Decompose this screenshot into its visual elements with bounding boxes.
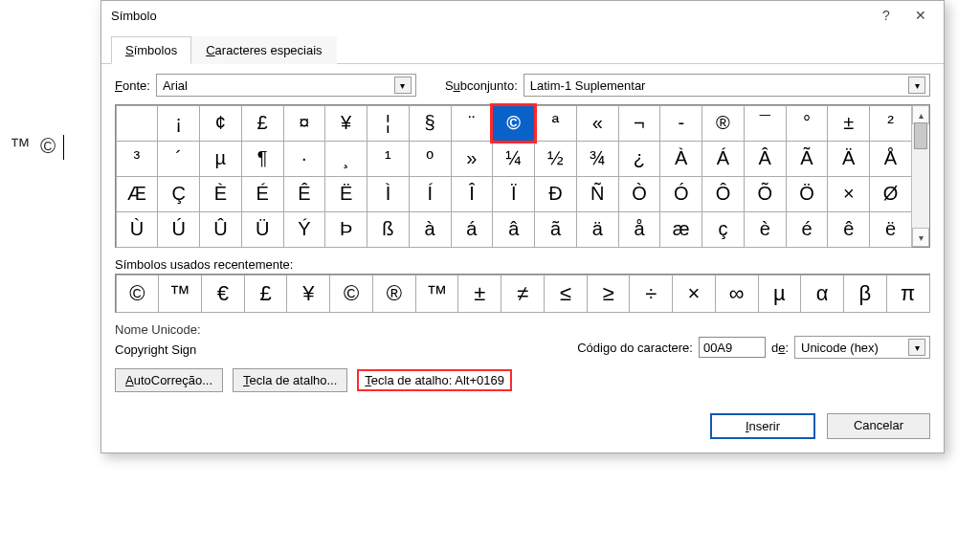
symbol-cell[interactable]: Ë (324, 176, 368, 212)
symbol-cell[interactable]: Î (451, 176, 494, 212)
symbol-cell[interactable]: Ä (827, 141, 870, 177)
symbol-cell[interactable]: å (618, 211, 661, 248)
symbol-cell[interactable]: Ý (283, 211, 326, 248)
font-select[interactable]: Arial ▾ (156, 74, 416, 97)
symbol-cell[interactable]: ´ (157, 141, 200, 177)
symbol-cell[interactable]: ² (869, 105, 912, 142)
symbol-cell[interactable]: È (199, 176, 242, 212)
symbol-cell[interactable]: ¯ (744, 105, 787, 142)
tab-symbols[interactable]: Símbolos (111, 36, 191, 64)
symbol-cell[interactable]: Ç (157, 176, 200, 212)
symbol-cell[interactable]: Ö (786, 176, 829, 212)
tab-special-characters[interactable]: Caracteres especiais (191, 36, 336, 64)
symbol-cell[interactable]: » (451, 141, 494, 177)
recent-symbol-cell[interactable]: ® (372, 275, 416, 313)
symbol-cell[interactable]: ¿ (618, 141, 661, 177)
symbol-cell[interactable]: Ù (116, 211, 159, 248)
dialog-titlebar[interactable]: Símbolo ? ✕ (101, 1, 944, 30)
scroll-thumb[interactable] (914, 122, 927, 149)
symbol-cell[interactable]: ® (702, 105, 745, 142)
recent-symbol-cell[interactable]: α (800, 275, 844, 313)
symbol-cell[interactable]: æ (659, 211, 702, 248)
recent-symbol-cell[interactable]: µ (758, 275, 802, 313)
symbol-cell[interactable]: × (827, 176, 870, 212)
recent-symbol-cell[interactable]: £ (244, 275, 288, 313)
cancel-button[interactable]: Cancelar (827, 413, 930, 439)
symbol-cell[interactable]: ã (534, 211, 577, 248)
symbol-cell[interactable]: µ (199, 141, 242, 177)
symbol-cell[interactable]: á (451, 211, 494, 248)
recent-symbol-cell[interactable]: ± (457, 275, 501, 313)
symbol-cell[interactable]: ¶ (241, 141, 284, 177)
symbol-cell[interactable]: ³ (116, 141, 159, 177)
recent-symbol-cell[interactable]: ¥ (286, 275, 330, 313)
encoding-select[interactable]: Unicode (hex) ▾ (794, 336, 930, 359)
recent-symbol-cell[interactable]: β (843, 275, 887, 313)
recent-symbol-cell[interactable]: © (329, 275, 373, 313)
symbol-cell[interactable]: Æ (116, 176, 159, 212)
symbol-cell[interactable]: © (492, 105, 535, 142)
symbol-cell[interactable]: ° (786, 105, 829, 142)
symbol-cell[interactable]: à (409, 211, 452, 248)
symbol-cell[interactable]: ¸ (324, 141, 368, 177)
symbol-cell[interactable]: ± (827, 105, 870, 142)
help-button[interactable]: ? (869, 2, 903, 29)
symbol-cell[interactable]: ¥ (324, 105, 368, 142)
symbol-cell[interactable]: è (744, 211, 787, 248)
recent-symbol-cell[interactable]: ≤ (544, 275, 588, 313)
recent-symbol-cell[interactable]: × (672, 275, 716, 313)
recent-symbol-cell[interactable]: ÷ (629, 275, 673, 313)
symbol-cell[interactable]: À (659, 141, 702, 177)
shortcut-key-button[interactable]: Tecla de atalho... (233, 368, 347, 392)
symbol-cell[interactable]: « (576, 105, 619, 142)
symbol-cell[interactable]: ä (576, 211, 619, 248)
symbol-cell[interactable]: É (241, 176, 284, 212)
symbol-cell[interactable]: ¼ (492, 141, 535, 177)
scroll-track[interactable] (912, 122, 929, 230)
symbol-cell[interactable]: ¦ (367, 105, 410, 142)
symbol-cell[interactable]: ¤ (283, 105, 326, 142)
grid-scrollbar[interactable]: ▴ ▾ (911, 105, 929, 247)
symbol-cell[interactable]: Ò (618, 176, 661, 212)
symbol-cell[interactable]: ¬ (618, 105, 661, 142)
symbol-cell[interactable]: ß (367, 211, 410, 248)
symbol-cell[interactable]: ª (534, 105, 577, 142)
symbol-cell[interactable]: ½ (534, 141, 577, 177)
symbol-cell[interactable]: é (786, 211, 829, 248)
symbol-cell[interactable]: Â (744, 141, 787, 177)
recent-symbol-cell[interactable]: ≠ (501, 275, 545, 313)
symbol-cell[interactable]: - (659, 105, 702, 142)
symbol-cell[interactable]: Ø (869, 176, 912, 212)
symbol-cell[interactable]: Õ (744, 176, 787, 212)
symbol-cell[interactable]: ë (869, 211, 912, 248)
symbol-cell[interactable]: Ã (786, 141, 829, 177)
symbol-cell[interactable]: ê (827, 211, 870, 248)
insert-button[interactable]: Inserir (710, 413, 815, 439)
char-code-input[interactable]: 00A9 (699, 337, 766, 358)
recent-symbol-cell[interactable]: ∞ (715, 275, 759, 313)
symbol-cell[interactable]: £ (241, 105, 284, 142)
symbol-cell[interactable]: Û (199, 211, 242, 248)
scroll-up-button[interactable]: ▴ (912, 105, 929, 124)
symbol-cell[interactable]: Å (869, 141, 912, 177)
symbol-cell[interactable]: º (409, 141, 452, 177)
recent-symbol-cell[interactable]: π (886, 275, 930, 313)
symbol-cell[interactable]: ¨ (451, 105, 494, 142)
symbol-cell[interactable]: Ü (241, 211, 284, 248)
symbol-cell[interactable]: Ó (659, 176, 702, 212)
scroll-down-button[interactable]: ▾ (912, 228, 929, 247)
symbol-cell[interactable] (116, 105, 159, 142)
symbol-cell[interactable]: Ñ (576, 176, 619, 212)
symbol-cell[interactable]: § (409, 105, 452, 142)
recent-symbol-cell[interactable]: © (116, 275, 160, 313)
symbol-cell[interactable]: · (283, 141, 326, 177)
symbol-cell[interactable]: Ô (702, 176, 745, 212)
close-button[interactable]: ✕ (903, 2, 938, 29)
symbol-cell[interactable]: Þ (324, 211, 368, 248)
symbol-cell[interactable]: â (492, 211, 535, 248)
symbol-cell[interactable]: ¡ (157, 105, 200, 142)
symbol-cell[interactable]: ¾ (576, 141, 619, 177)
symbol-cell[interactable]: Ú (157, 211, 200, 248)
symbol-cell[interactable]: Á (702, 141, 745, 177)
symbol-cell[interactable]: Ê (283, 176, 326, 212)
